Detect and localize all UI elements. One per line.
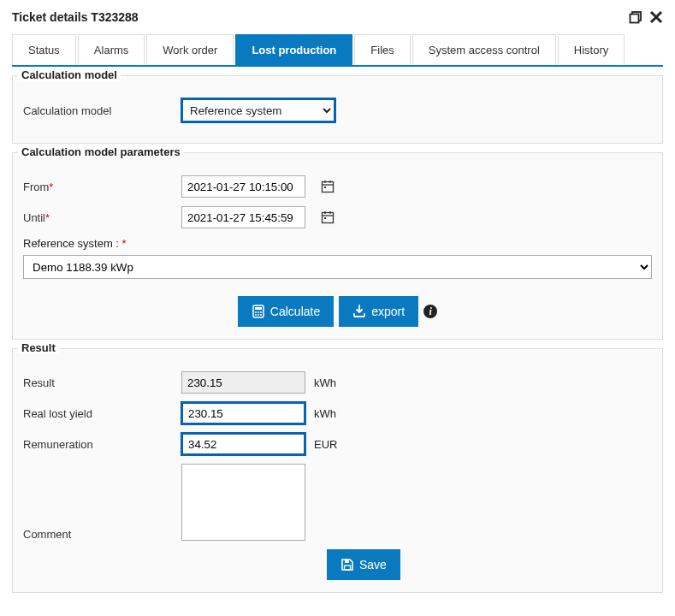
tab-lost-production[interactable]: Lost production xyxy=(235,34,352,65)
tab-files[interactable]: Files xyxy=(354,34,410,65)
real-lost-yield-input[interactable] xyxy=(181,402,305,424)
info-icon: i xyxy=(423,305,437,318)
comment-textarea[interactable] xyxy=(181,464,305,541)
export-button[interactable]: export xyxy=(339,296,418,327)
remuneration-label: Remuneration xyxy=(23,438,181,451)
calculate-button[interactable]: Calculate xyxy=(238,296,334,327)
result-unit: kWh xyxy=(314,376,336,389)
dialog-header: Ticket details T323288 xyxy=(9,9,666,31)
tab-bar: Status Alarms Work order Lost production… xyxy=(12,34,663,67)
save-button[interactable]: Save xyxy=(327,549,400,580)
from-input[interactable] xyxy=(181,175,305,198)
svg-point-14 xyxy=(255,311,257,313)
tab-alarms[interactable]: Alarms xyxy=(78,34,145,65)
svg-rect-20 xyxy=(345,560,349,563)
calendar-icon[interactable] xyxy=(321,180,335,193)
ref-system-select[interactable]: Demo 1188.39 kWp xyxy=(23,255,652,279)
result-input xyxy=(181,371,305,394)
panel-title-calc-model: Calculation model xyxy=(18,68,121,81)
svg-point-19 xyxy=(260,314,262,316)
window-restore-icon[interactable] xyxy=(629,10,642,24)
calculation-model-panel: Calculation model Calculation model Refe… xyxy=(12,75,663,144)
svg-rect-2 xyxy=(323,182,334,192)
panel-title-result: Result xyxy=(18,341,59,354)
ref-system-label: Reference system : * xyxy=(23,237,652,250)
svg-rect-6 xyxy=(324,187,326,188)
comment-label: Comment xyxy=(23,528,181,541)
svg-rect-13 xyxy=(255,307,262,310)
save-icon xyxy=(340,558,354,572)
tab-system-access[interactable]: System access control xyxy=(412,34,556,65)
real-lost-yield-unit: kWh xyxy=(314,407,336,420)
until-label: Until* xyxy=(23,211,181,224)
result-label: Result xyxy=(23,376,181,389)
download-icon xyxy=(352,305,366,318)
remuneration-unit: EUR xyxy=(314,438,337,451)
tab-work-order[interactable]: Work order xyxy=(146,34,234,65)
calc-model-select[interactable]: Reference system xyxy=(181,98,335,122)
svg-point-18 xyxy=(258,314,259,316)
result-panel: Result Result kWh Real lost yield kWh Re… xyxy=(12,348,663,593)
real-lost-yield-label: Real lost yield xyxy=(23,407,181,420)
svg-point-16 xyxy=(260,311,262,313)
calc-model-label: Calculation model xyxy=(23,104,181,117)
dialog-title: Ticket details T323288 xyxy=(12,10,139,24)
panel-title-params: Calculation model parameters xyxy=(18,145,184,158)
calculator-icon xyxy=(252,305,265,318)
from-label: From* xyxy=(23,181,181,193)
close-icon[interactable] xyxy=(649,10,663,24)
tab-status[interactable]: Status xyxy=(12,34,76,65)
until-input[interactable] xyxy=(181,206,305,228)
parameters-panel: Calculation model parameters From* Until… xyxy=(12,152,663,340)
svg-point-15 xyxy=(258,311,259,313)
svg-rect-1 xyxy=(631,15,639,23)
remuneration-input[interactable] xyxy=(181,433,305,455)
svg-rect-7 xyxy=(323,213,334,223)
svg-point-17 xyxy=(255,314,257,316)
tab-history[interactable]: History xyxy=(558,34,625,65)
calendar-icon[interactable] xyxy=(321,210,335,224)
svg-rect-11 xyxy=(324,217,326,219)
